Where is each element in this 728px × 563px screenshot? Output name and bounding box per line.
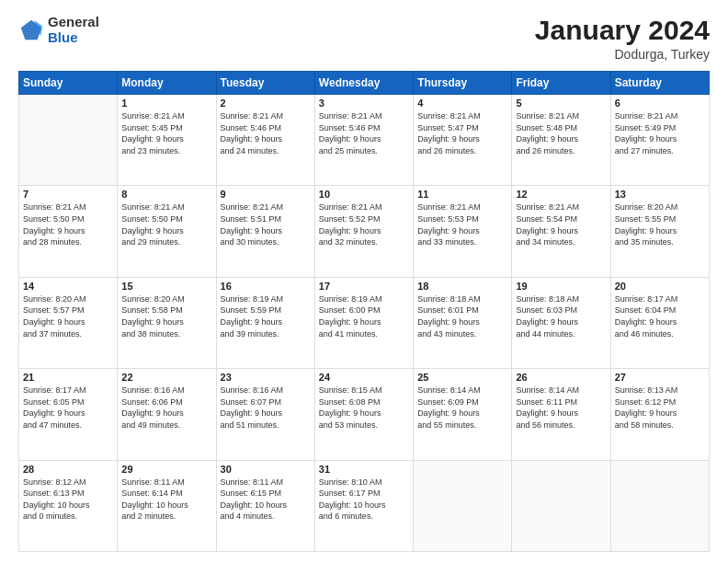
calendar-week-row: 7Sunrise: 8:21 AM Sunset: 5:50 PM Daylig…: [19, 186, 710, 277]
day-info: Sunrise: 8:21 AM Sunset: 5:51 PM Dayligh…: [221, 201, 311, 247]
day-number: 20: [615, 281, 705, 292]
day-info: Sunrise: 8:19 AM Sunset: 6:00 PM Dayligh…: [319, 293, 409, 339]
calendar-cell: 21Sunrise: 8:17 AM Sunset: 6:05 PM Dayli…: [19, 369, 118, 460]
day-number: 28: [23, 464, 113, 475]
day-number: 8: [121, 189, 211, 200]
calendar-cell: 25Sunrise: 8:14 AM Sunset: 6:09 PM Dayli…: [414, 369, 512, 460]
day-number: 19: [516, 281, 606, 292]
logo-text: General Blue: [48, 15, 99, 45]
calendar-cell: 2Sunrise: 8:21 AM Sunset: 5:46 PM Daylig…: [216, 95, 314, 186]
calendar-cell: 20Sunrise: 8:17 AM Sunset: 6:04 PM Dayli…: [610, 277, 709, 368]
calendar-cell: 3Sunrise: 8:21 AM Sunset: 5:46 PM Daylig…: [314, 95, 413, 186]
day-info: Sunrise: 8:14 AM Sunset: 6:11 PM Dayligh…: [516, 385, 606, 431]
day-number: 12: [516, 189, 606, 200]
calendar-week-row: 1Sunrise: 8:21 AM Sunset: 5:45 PM Daylig…: [19, 95, 710, 186]
calendar-cell: 5Sunrise: 8:21 AM Sunset: 5:48 PM Daylig…: [512, 95, 610, 186]
calendar-header-row: Sunday Monday Tuesday Wednesday Thursday…: [19, 72, 710, 95]
page: General Blue January 2024 Dodurga, Turke…: [0, 0, 728, 563]
day-number: 13: [615, 189, 705, 200]
day-number: 1: [121, 98, 211, 109]
calendar-cell: [512, 460, 610, 551]
calendar-cell: [19, 95, 118, 186]
day-number: 29: [121, 464, 211, 475]
day-number: 25: [417, 372, 507, 383]
day-info: Sunrise: 8:21 AM Sunset: 5:46 PM Dayligh…: [221, 110, 311, 156]
calendar-cell: 1Sunrise: 8:21 AM Sunset: 5:45 PM Daylig…: [118, 95, 216, 186]
day-info: Sunrise: 8:21 AM Sunset: 5:50 PM Dayligh…: [121, 201, 211, 247]
calendar-cell: 29Sunrise: 8:11 AM Sunset: 6:14 PM Dayli…: [118, 460, 216, 551]
calendar-cell: 23Sunrise: 8:16 AM Sunset: 6:07 PM Dayli…: [216, 369, 314, 460]
day-info: Sunrise: 8:11 AM Sunset: 6:14 PM Dayligh…: [121, 477, 211, 523]
day-number: 21: [23, 372, 113, 383]
calendar-cell: 18Sunrise: 8:18 AM Sunset: 6:01 PM Dayli…: [414, 277, 512, 368]
calendar-cell: 19Sunrise: 8:18 AM Sunset: 6:03 PM Dayli…: [512, 277, 610, 368]
day-number: 15: [121, 281, 211, 292]
col-sunday: Sunday: [19, 72, 118, 95]
day-info: Sunrise: 8:21 AM Sunset: 5:53 PM Dayligh…: [417, 201, 507, 247]
day-number: 2: [221, 98, 311, 109]
day-info: Sunrise: 8:21 AM Sunset: 5:49 PM Dayligh…: [615, 110, 705, 156]
day-info: Sunrise: 8:20 AM Sunset: 5:57 PM Dayligh…: [23, 293, 113, 339]
calendar-cell: 17Sunrise: 8:19 AM Sunset: 6:00 PM Dayli…: [314, 277, 413, 368]
col-tuesday: Tuesday: [216, 72, 314, 95]
day-number: 24: [319, 372, 409, 383]
day-number: 17: [319, 281, 409, 292]
day-info: Sunrise: 8:11 AM Sunset: 6:15 PM Dayligh…: [221, 477, 311, 523]
calendar-week-row: 21Sunrise: 8:17 AM Sunset: 6:05 PM Dayli…: [19, 369, 710, 460]
calendar-cell: 4Sunrise: 8:21 AM Sunset: 5:47 PM Daylig…: [414, 95, 512, 186]
logo: General Blue: [18, 15, 99, 45]
calendar-cell: 31Sunrise: 8:10 AM Sunset: 6:17 PM Dayli…: [314, 460, 413, 551]
day-number: 11: [417, 189, 507, 200]
calendar-week-row: 14Sunrise: 8:20 AM Sunset: 5:57 PM Dayli…: [19, 277, 710, 368]
day-number: 27: [615, 372, 705, 383]
calendar-cell: 10Sunrise: 8:21 AM Sunset: 5:52 PM Dayli…: [314, 186, 413, 277]
month-title: January 2024: [535, 15, 710, 45]
day-number: 30: [221, 464, 311, 475]
calendar-cell: 24Sunrise: 8:15 AM Sunset: 6:08 PM Dayli…: [314, 369, 413, 460]
day-number: 31: [319, 464, 409, 475]
col-friday: Friday: [512, 72, 610, 95]
day-info: Sunrise: 8:16 AM Sunset: 6:06 PM Dayligh…: [121, 385, 211, 431]
day-info: Sunrise: 8:21 AM Sunset: 5:47 PM Dayligh…: [417, 110, 507, 156]
calendar-cell: 6Sunrise: 8:21 AM Sunset: 5:49 PM Daylig…: [610, 95, 709, 186]
day-number: 3: [319, 98, 409, 109]
day-info: Sunrise: 8:14 AM Sunset: 6:09 PM Dayligh…: [417, 385, 507, 431]
title-block: January 2024 Dodurga, Turkey: [535, 15, 710, 62]
calendar-cell: 26Sunrise: 8:14 AM Sunset: 6:11 PM Dayli…: [512, 369, 610, 460]
day-number: 4: [417, 98, 507, 109]
calendar-cell: 9Sunrise: 8:21 AM Sunset: 5:51 PM Daylig…: [216, 186, 314, 277]
day-info: Sunrise: 8:21 AM Sunset: 5:46 PM Dayligh…: [319, 110, 409, 156]
logo-general: General: [48, 15, 99, 30]
location: Dodurga, Turkey: [535, 47, 710, 62]
calendar-cell: 27Sunrise: 8:13 AM Sunset: 6:12 PM Dayli…: [610, 369, 709, 460]
day-number: 9: [221, 189, 311, 200]
day-number: 6: [615, 98, 705, 109]
col-thursday: Thursday: [414, 72, 512, 95]
col-monday: Monday: [118, 72, 216, 95]
day-info: Sunrise: 8:17 AM Sunset: 6:04 PM Dayligh…: [615, 293, 705, 339]
calendar-cell: [610, 460, 709, 551]
day-number: 26: [516, 372, 606, 383]
header: General Blue January 2024 Dodurga, Turke…: [18, 15, 710, 62]
calendar-table: Sunday Monday Tuesday Wednesday Thursday…: [18, 71, 710, 552]
day-number: 5: [516, 98, 606, 109]
day-info: Sunrise: 8:12 AM Sunset: 6:13 PM Dayligh…: [23, 477, 113, 523]
day-number: 23: [221, 372, 311, 383]
calendar-cell: 30Sunrise: 8:11 AM Sunset: 6:15 PM Dayli…: [216, 460, 314, 551]
day-info: Sunrise: 8:18 AM Sunset: 6:03 PM Dayligh…: [516, 293, 606, 339]
calendar-cell: 22Sunrise: 8:16 AM Sunset: 6:06 PM Dayli…: [118, 369, 216, 460]
calendar-cell: 8Sunrise: 8:21 AM Sunset: 5:50 PM Daylig…: [118, 186, 216, 277]
day-info: Sunrise: 8:21 AM Sunset: 5:45 PM Dayligh…: [121, 110, 211, 156]
day-info: Sunrise: 8:20 AM Sunset: 5:55 PM Dayligh…: [615, 201, 705, 247]
day-info: Sunrise: 8:21 AM Sunset: 5:48 PM Dayligh…: [516, 110, 606, 156]
col-saturday: Saturday: [610, 72, 709, 95]
calendar-cell: 7Sunrise: 8:21 AM Sunset: 5:50 PM Daylig…: [19, 186, 118, 277]
day-info: Sunrise: 8:21 AM Sunset: 5:50 PM Dayligh…: [23, 201, 113, 247]
day-info: Sunrise: 8:19 AM Sunset: 5:59 PM Dayligh…: [221, 293, 311, 339]
calendar-cell: 14Sunrise: 8:20 AM Sunset: 5:57 PM Dayli…: [19, 277, 118, 368]
calendar-cell: 13Sunrise: 8:20 AM Sunset: 5:55 PM Dayli…: [610, 186, 709, 277]
calendar-cell: [414, 460, 512, 551]
day-info: Sunrise: 8:16 AM Sunset: 6:07 PM Dayligh…: [221, 385, 311, 431]
day-number: 22: [121, 372, 211, 383]
day-info: Sunrise: 8:21 AM Sunset: 5:54 PM Dayligh…: [516, 201, 606, 247]
